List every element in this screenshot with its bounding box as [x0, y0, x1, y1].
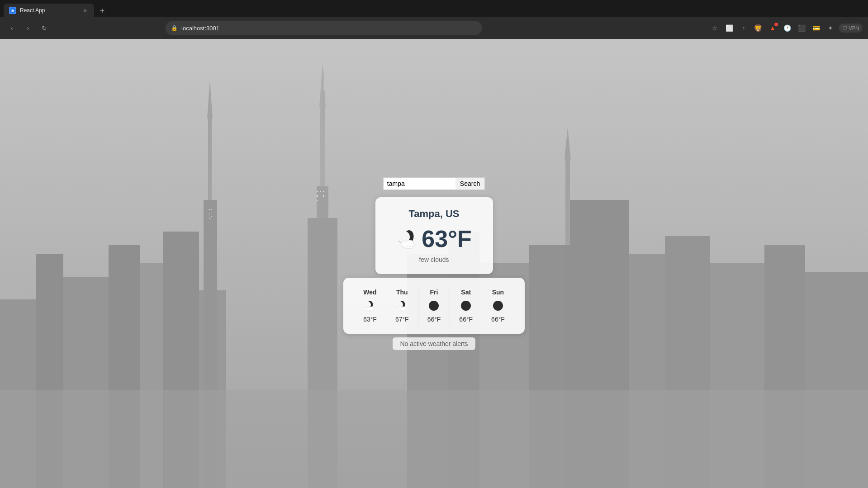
svg-point-55: [429, 301, 439, 311]
forecast-day-name-thu: Thu: [396, 289, 408, 296]
browser-window: ⚛ React App ✕ + ‹ › ↻ 🔒 localhost:3001 ☆…: [0, 0, 868, 488]
forecast-temp-wed: 63°F: [363, 316, 377, 323]
forecast-day-sat: Sat 66°F: [450, 285, 482, 327]
browser-tab[interactable]: ⚛ React App ✕: [4, 4, 94, 17]
notification-badge: [774, 23, 778, 26]
forecast-day-name-sun: Sun: [492, 289, 504, 296]
forecast-temp-fri: 66°F: [427, 316, 441, 323]
forecast-day-wed: Wed 63°F: [354, 285, 386, 327]
brave-news-icon[interactable]: ✦: [824, 22, 837, 34]
temperature-display: 63°F: [422, 225, 471, 252]
forecast-day-name-sat: Sat: [461, 289, 471, 296]
forecast-temp-sat: 66°F: [459, 316, 473, 323]
bookmark-icon[interactable]: ☆: [708, 22, 721, 34]
forecast-icon-fri: [427, 299, 440, 312]
reload-icon: ↻: [42, 24, 47, 32]
forecast-temp-thu: 67°F: [395, 316, 409, 323]
navigation-bar: ‹ › ↻ 🔒 localhost:3001 ☆ ⬜ ↑ 🦁 ▲ 🕐 ⬛ 💳 ✦…: [0, 17, 868, 39]
back-button[interactable]: ‹: [5, 22, 18, 34]
weather-description: few clouds: [394, 256, 475, 263]
weather-condition-icon: [396, 228, 418, 250]
reload-button[interactable]: ↻: [38, 22, 51, 34]
forward-icon: ›: [27, 24, 29, 32]
tab-bar: ⚛ React App ✕ +: [0, 0, 868, 17]
back-icon: ‹: [11, 24, 13, 32]
tab-title: React App: [20, 7, 78, 14]
tab-close-button[interactable]: ✕: [81, 7, 89, 14]
svg-text:⚛: ⚛: [11, 9, 14, 13]
weather-main-display: 63°F: [394, 225, 475, 252]
forecast-icon-sun: [492, 299, 504, 312]
forecast-day-name-wed: Wed: [363, 289, 376, 296]
search-input[interactable]: [383, 177, 455, 190]
browser-content: Search Tampa, US: [0, 39, 868, 488]
history-icon[interactable]: 🕐: [781, 22, 793, 34]
url-display: localhost:3001: [181, 25, 477, 32]
forecast-day-fri: Fri 66°F: [418, 285, 451, 327]
forecast-day-sun: Sun 66°F: [482, 285, 514, 327]
screen-share-icon[interactable]: ⬜: [723, 22, 735, 34]
svg-point-56: [461, 301, 471, 311]
svg-point-57: [493, 301, 503, 311]
forecast-icon-sat: [460, 299, 472, 312]
forward-button[interactable]: ›: [22, 22, 34, 34]
address-bar[interactable]: 🔒 localhost:3001: [166, 21, 482, 35]
secure-icon: 🔒: [171, 25, 178, 31]
svg-point-48: [406, 240, 414, 246]
share-icon[interactable]: ↑: [737, 22, 750, 34]
search-bar: Search: [383, 177, 485, 190]
forecast-icon-wed: [364, 299, 376, 312]
weather-alert: No active weather alerts: [393, 337, 475, 350]
tab-favicon: ⚛: [9, 7, 16, 14]
svg-point-51: [369, 307, 374, 310]
search-button[interactable]: Search: [455, 177, 485, 190]
forecast-day-name-fri: Fri: [430, 289, 438, 296]
sidebar-icon[interactable]: ⬛: [795, 22, 808, 34]
brave-lion-icon[interactable]: 🦁: [752, 22, 764, 34]
nav-right-controls: ☆ ⬜ ↑ 🦁 ▲ 🕐 ⬛ 💳 ✦ 🛡 VPN: [708, 22, 863, 34]
wallet-icon[interactable]: 💳: [810, 22, 822, 34]
forecast-day-thu: Thu 67°F: [386, 285, 418, 327]
current-weather-card: Tampa, US 63°F: [375, 197, 493, 274]
weather-app: Search Tampa, US: [0, 39, 868, 488]
vpn-button[interactable]: 🛡 VPN: [839, 24, 863, 33]
city-name: Tampa, US: [394, 208, 475, 220]
forecast-card: Wed 63°F Thu: [343, 278, 525, 334]
forecast-temp-sun: 66°F: [491, 316, 505, 323]
forecast-icon-thu: [396, 299, 408, 312]
new-tab-button[interactable]: +: [96, 5, 109, 17]
brave-rewards-icon[interactable]: ▲: [766, 22, 779, 34]
svg-point-54: [401, 307, 406, 310]
